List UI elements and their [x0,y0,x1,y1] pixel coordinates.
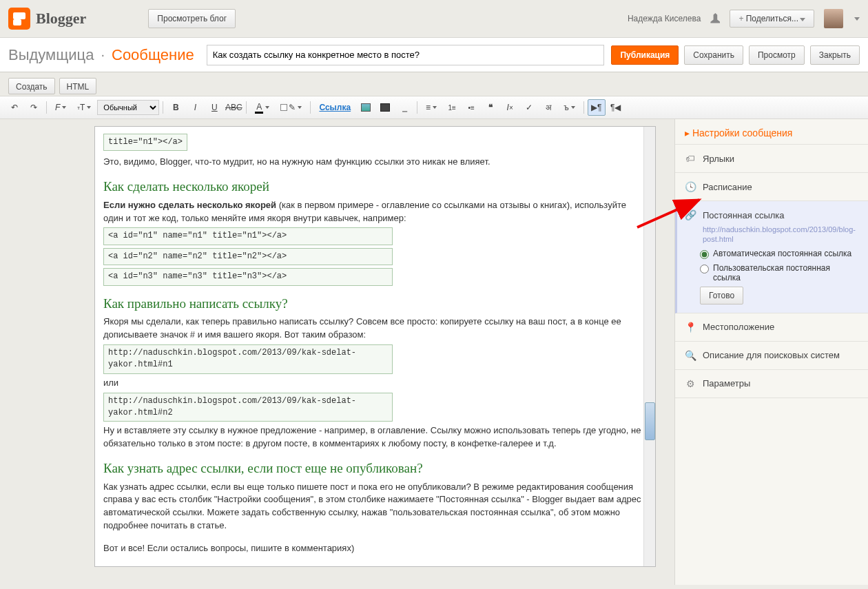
sidebar-item-schedule[interactable]: 🕓 Расписание [675,173,868,201]
input-tools-icon[interactable]: ъ [559,99,580,116]
quote-icon[interactable]: ❝ [482,99,499,116]
bell-icon[interactable] [710,13,720,24]
avatar[interactable] [824,9,843,28]
publish-button[interactable]: Публикация [611,45,679,65]
heading: Как сделать несколько якорей [103,177,647,196]
image-icon[interactable] [357,99,375,116]
code-snippet: title="n1"></a> [103,134,187,151]
username-label: Надежда Киселева [628,14,701,23]
post-settings-sidebar: Настройки сообщения 🏷 Ярлыки 🕓 Расписани… [674,119,868,585]
bold-icon[interactable]: B [167,99,185,116]
highlight-color-icon[interactable]: ✎ [276,99,307,116]
spellcheck-icon[interactable]: ✓ [520,99,538,116]
clock-icon: 🕓 [685,181,696,192]
code-snippet: http://naduschkin.blogspot.com/2013/09/k… [103,344,393,374]
paragraph: Если нужно сделать несколько якорей (как… [103,199,647,225]
heading: Как узнать адрес ссылки, если пост еще н… [103,459,647,478]
blog-name: Выдумщица [8,46,94,64]
sidebar-item-label: Постоянная ссылка [703,210,785,220]
italic-icon[interactable]: I [186,99,204,116]
font-family-dropdown[interactable]: F [50,99,71,116]
paragraph: Как узнать адрес ссылки, если вы еще тол… [103,481,647,533]
sidebar-item-label: Расписание [703,182,752,192]
search-icon: 🔍 [685,350,696,361]
ltr-icon[interactable]: ▶¶ [588,99,606,116]
code-snippet: http://naduschkin.blogspot.com/2013/09/k… [103,393,393,422]
undo-icon[interactable]: ↶ [6,99,23,116]
rtl-icon[interactable]: ¶◀ [607,99,625,116]
save-button[interactable]: Сохранить [684,45,743,65]
scrollbar-thumb[interactable] [645,402,655,440]
strike-icon[interactable]: ABC [225,99,242,116]
paragraph: Это, видимо, Blogger, что-то мудрит, но … [103,156,647,169]
sidebar-item-labels[interactable]: 🏷 Ярлыки [675,145,868,173]
code-snippet: <a id="n1" name="n1" title="n1"></a> [103,227,393,245]
post-title-input[interactable] [207,45,605,65]
code-snippet: <a id="n3" name="n3" title="n3"></a> [103,268,393,285]
code-snippet: <a id="n2" name="n2" title="n2"></a> [103,248,393,265]
separator: · [101,47,105,63]
permalink-custom-radio[interactable]: Пользовательская постоянная ссылка [700,263,858,282]
brand-name: Blogger [36,10,86,28]
sidebar-item-label: Описание для поисковых систем [703,350,840,360]
sidebar-item-label: Местоположение [703,322,774,332]
sidebar-item-options[interactable]: ⚙ Параметры [675,370,868,398]
permalink-done-button[interactable]: Готово [700,287,743,304]
editor-toolbar: ↶ ↷ F тT Обычный B I U ABC A ✎ Ссылка ⎯ … [0,96,868,119]
tab-html[interactable]: HTML [59,78,97,94]
permalink-url: http://naduschkin.blogspot.com/2013/09/b… [703,225,858,245]
tag-icon: 🏷 [685,153,696,164]
bullet-list-icon[interactable]: •≡ [462,99,480,116]
main-area: title="n1"></a> Это, видимо, Blogger, чт… [0,119,868,585]
link-icon: 🔗 [685,209,696,220]
heading-select[interactable]: Обычный [97,100,159,115]
editor-wrap: title="n1"></a> Это, видимо, Blogger, чт… [0,119,674,585]
align-icon[interactable]: ≡ [421,99,442,116]
paragraph: или [103,377,647,390]
page-type: Сообщение [112,46,194,64]
sidebar-item-search-description[interactable]: 🔍 Описание для поисковых систем [675,342,868,370]
topbar: Blogger Просмотреть блог Надежда Киселев… [0,0,868,38]
view-blog-button[interactable]: Просмотреть блог [148,9,236,28]
heading: Как правильно написать ссылку? [103,294,647,313]
account-dropdown-icon[interactable] [854,17,860,21]
pin-icon: 📍 [685,322,696,333]
underline-icon[interactable]: U [205,99,223,116]
video-icon[interactable] [376,99,394,116]
text-color-icon[interactable]: A [250,99,274,116]
sidebar-item-label: Параметры [703,378,750,389]
preview-button[interactable]: Просмотр [749,45,805,65]
transliterate-icon[interactable]: अ [539,99,557,116]
link-button[interactable]: Ссылка [314,99,355,116]
editor-scrollbar[interactable] [643,127,655,566]
remove-format-icon[interactable]: I× [501,99,519,116]
sidebar-item-permalink[interactable]: 🔗 Постоянная ссылка http://naduschkin.bl… [675,201,868,313]
paragraph: Якоря мы сделали, как теперь правильно н… [103,316,647,342]
sidebar-header: Настройки сообщения [675,119,868,145]
close-button[interactable]: Закрыть [810,45,860,65]
blogger-logo-icon [8,8,30,30]
tab-compose[interactable]: Создать [8,78,55,94]
gear-icon: ⚙ [685,378,696,389]
sidebar-item-label: Ярлыки [703,154,734,164]
redo-icon[interactable]: ↷ [25,99,43,116]
paragraph: Вот и все! Если остались вопросы, пишите… [103,542,647,555]
title-row: Выдумщица · Сообщение Публикация Сохрани… [0,38,868,72]
numbered-list-icon[interactable]: 1≡ [443,99,461,116]
sidebar-item-location[interactable]: 📍 Местоположение [675,313,868,342]
jump-break-icon[interactable]: ⎯ [395,99,413,116]
font-size-dropdown[interactable]: тT [72,99,96,116]
editor-tabs: Создать HTML [0,72,868,94]
post-editor[interactable]: title="n1"></a> Это, видимо, Blogger, чт… [94,126,656,567]
permalink-auto-radio[interactable]: Автоматическая постоянная ссылка [700,249,858,259]
share-button[interactable]: Поделиться... [730,10,814,28]
paragraph: Ну и вставляете эту ссылку в нужное пред… [103,424,647,451]
